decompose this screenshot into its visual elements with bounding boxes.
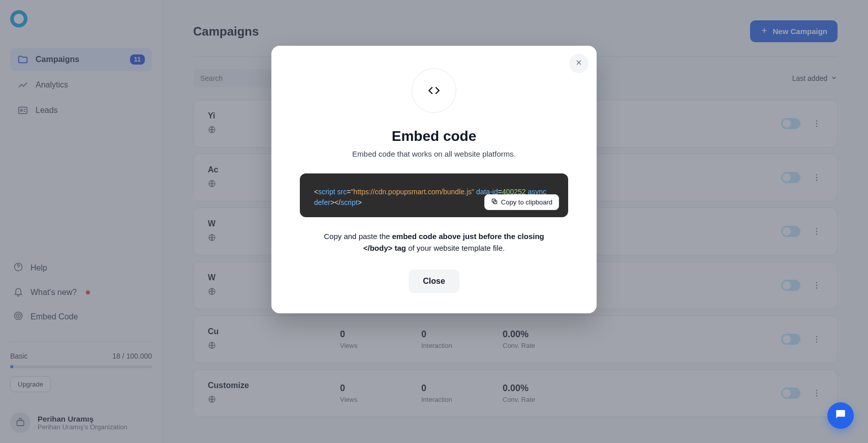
modal-title: Embed code [392, 128, 476, 144]
modal-overlay[interactable]: Embed code Embed code that works on all … [0, 0, 868, 443]
copy-to-clipboard-button[interactable]: Copy to clipboard [484, 194, 559, 210]
modal-instructions: Copy and paste the embed code above just… [322, 230, 546, 254]
close-icon [575, 58, 583, 69]
code-icon [412, 68, 456, 113]
embed-code-modal: Embed code Embed code that works on all … [271, 46, 597, 313]
modal-subtitle: Embed code that works on all website pla… [352, 150, 516, 158]
chat-icon [834, 408, 847, 423]
button-label: Copy to clipboard [501, 198, 552, 206]
chat-widget-button[interactable] [827, 402, 854, 429]
modal-close-button[interactable] [569, 54, 588, 73]
code-snippet: <script src="https://cdn.popupsmart.com/… [300, 173, 568, 217]
copy-icon [491, 198, 498, 206]
close-button[interactable]: Close [409, 270, 459, 293]
